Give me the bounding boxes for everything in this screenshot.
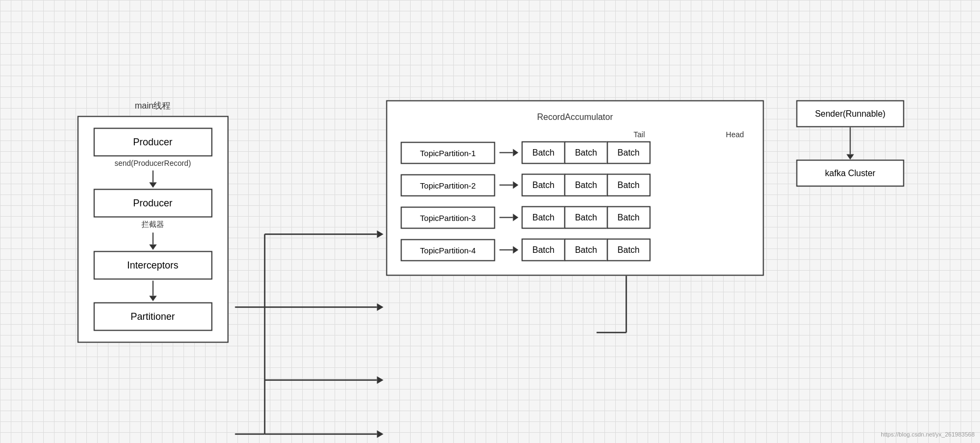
tp1-arrow (500, 149, 519, 157)
svg-marker-8 (377, 377, 384, 384)
tp4-box: TopicPartition-4 (401, 239, 495, 261)
interceptor-label: 拦截器 (141, 220, 164, 230)
svg-marker-6 (377, 304, 384, 311)
tp3-box: TopicPartition-3 (401, 206, 495, 229)
tp1-batches: Batch Batch Batch (523, 142, 651, 164)
producer1-box: Producer (93, 128, 212, 157)
main-thread-section: main线程 Producer send(ProducerRecord) Pro… (76, 100, 230, 343)
batch-box: Batch (564, 239, 608, 261)
tail-head-row: Tail Head (401, 130, 750, 139)
accumulator-label: RecordAccumulator (401, 112, 750, 122)
main-thread-box: Producer send(ProducerRecord) Producer 拦… (77, 116, 228, 343)
kafka-box: kafka Cluster (797, 160, 904, 187)
diagram: main线程 Producer send(ProducerRecord) Pro… (76, 100, 904, 343)
arrow1 (149, 171, 156, 188)
batch-box: Batch (564, 142, 608, 164)
arrow2 (149, 233, 156, 250)
accumulator-section: RecordAccumulator Tail Head TopicPartiti… (386, 100, 764, 276)
svg-marker-10 (377, 431, 384, 438)
tp3-arrow (500, 214, 519, 222)
batch-box: Batch (522, 174, 566, 197)
tail-label: Tail (634, 130, 645, 139)
interceptors-box: Interceptors (93, 251, 212, 280)
partition-row-2: TopicPartition-2 Batch Batch Batch (401, 174, 750, 197)
batch-box: Batch (607, 142, 650, 164)
batch-box: Batch (607, 174, 650, 197)
partition-row-1: TopicPartition-1 Batch Batch Batch (401, 142, 750, 164)
arrow3 (149, 281, 156, 301)
sender-kafka-arrow (847, 127, 854, 160)
right-side: Sender(Runnable) kafka Cluster (797, 100, 904, 187)
tp4-batches: Batch Batch Batch (523, 239, 651, 261)
tp1-box: TopicPartition-1 (401, 142, 495, 164)
batch-box: Batch (522, 206, 566, 229)
partition-row-3: TopicPartition-3 Batch Batch Batch (401, 206, 750, 229)
accumulator-box: RecordAccumulator Tail Head TopicPartiti… (386, 100, 764, 276)
svg-marker-4 (377, 231, 384, 238)
send-label: send(ProducerRecord) (114, 159, 191, 167)
tp2-batches: Batch Batch Batch (523, 174, 651, 197)
batch-box: Batch (564, 174, 608, 197)
batch-box: Batch (564, 206, 608, 229)
tp3-batches: Batch Batch Batch (523, 206, 651, 229)
tp2-arrow (500, 182, 519, 189)
partitioner-box: Partitioner (93, 303, 212, 331)
sender-box: Sender(Runnable) (797, 100, 904, 127)
tp4-arrow (500, 246, 519, 254)
watermark: https://blog.csdn.net/yx_261983568 (881, 431, 975, 438)
partition-row-4: TopicPartition-4 Batch Batch Batch (401, 239, 750, 261)
batch-box: Batch (522, 142, 566, 164)
producer2-box: Producer (93, 189, 212, 218)
batch-box: Batch (607, 206, 650, 229)
main-thread-label: main线程 (135, 100, 171, 112)
head-label: Head (726, 130, 744, 139)
tp2-box: TopicPartition-2 (401, 174, 495, 196)
batch-box: Batch (607, 239, 650, 261)
batch-box: Batch (522, 239, 566, 261)
